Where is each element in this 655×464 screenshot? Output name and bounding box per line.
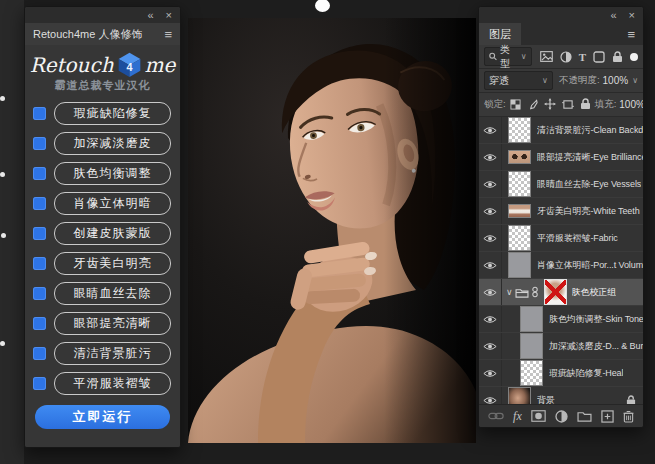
tool-button-portrait-volumes[interactable]: 肖像立体明暗 bbox=[54, 192, 171, 215]
visibility-eye-icon[interactable] bbox=[479, 117, 502, 143]
layer-row-white-teeth[interactable]: 牙齿美白明亮-White Teeth bbox=[479, 198, 643, 225]
filter-pixel-layers-icon[interactable] bbox=[540, 51, 553, 62]
layer-row-dodge-burn[interactable]: 加深减淡磨皮-D... & Burn bbox=[479, 333, 643, 360]
layer-row-clean-backdrop[interactable]: 清洁背景脏污-Clean Backdrop bbox=[479, 117, 643, 144]
layer-thumbnail[interactable] bbox=[508, 150, 531, 164]
run-button[interactable]: 立即运行 bbox=[35, 405, 170, 429]
document-canvas-portrait[interactable] bbox=[188, 18, 476, 443]
tool-row: 创建皮肤蒙版 bbox=[25, 218, 180, 248]
layer-thumbnail[interactable] bbox=[508, 117, 531, 143]
panel-menu-icon[interactable]: ≡ bbox=[619, 27, 643, 42]
tool-checkbox[interactable] bbox=[33, 167, 46, 180]
new-layer-icon[interactable] bbox=[601, 410, 614, 423]
collapse-icon[interactable]: « bbox=[610, 7, 616, 23]
tool-checkbox[interactable] bbox=[33, 317, 46, 330]
layer-thumbnail[interactable] bbox=[520, 306, 543, 332]
layer-thumbnail[interactable] bbox=[520, 333, 543, 359]
logo-cube-icon: 4 bbox=[117, 52, 142, 77]
layer-row-fabric[interactable]: 平滑服装褶皱-Fabric bbox=[479, 225, 643, 252]
lock-artboard-icon[interactable] bbox=[562, 96, 574, 114]
layer-row-eye-vessels[interactable]: 眼睛血丝去除-Eye Vessels bbox=[479, 171, 643, 198]
mask-link-icon[interactable] bbox=[532, 286, 538, 298]
visibility-eye-icon[interactable] bbox=[479, 171, 502, 197]
tool-checkbox[interactable] bbox=[33, 287, 46, 300]
chevron-down-icon[interactable]: ∨ bbox=[632, 76, 638, 85]
tool-checkbox[interactable] bbox=[33, 347, 46, 360]
edge-dot-artifact bbox=[0, 341, 5, 346]
tool-checkbox[interactable] bbox=[33, 107, 46, 120]
close-icon[interactable]: × bbox=[166, 7, 172, 23]
filter-smart-object-icon[interactable] bbox=[612, 51, 623, 63]
layer-thumbnail[interactable] bbox=[508, 252, 531, 278]
blend-mode-row: 穿透 ∨ 不透明度: 100% ∨ bbox=[479, 69, 643, 93]
link-layers-icon[interactable] bbox=[488, 411, 504, 421]
tool-row: 眼部提亮清晰 bbox=[25, 308, 180, 338]
lock-position-icon[interactable] bbox=[544, 96, 556, 114]
workspace-left-strip bbox=[0, 0, 24, 464]
opacity-value[interactable]: 100% bbox=[603, 75, 629, 86]
add-layer-mask-icon[interactable] bbox=[531, 410, 546, 422]
lock-transparent-pixels-icon[interactable] bbox=[510, 96, 521, 114]
close-icon[interactable]: × bbox=[629, 7, 635, 23]
tool-button-skin-mask[interactable]: 创建皮肤蒙版 bbox=[54, 222, 171, 245]
layer-style-fx-icon[interactable]: fx bbox=[513, 409, 522, 424]
layer-thumbnail[interactable] bbox=[508, 171, 531, 197]
visibility-eye-icon[interactable] bbox=[479, 360, 502, 386]
tool-checkbox[interactable] bbox=[33, 227, 46, 240]
photoshop-workspace: « × Retouch4me 人像修饰 ≡ Retouch 4 me 霸道总裁专… bbox=[0, 0, 655, 464]
adjustment-layer-icon[interactable] bbox=[555, 410, 568, 423]
visibility-eye-icon[interactable] bbox=[479, 225, 502, 251]
delete-layer-trash-icon[interactable] bbox=[623, 410, 634, 423]
layer-name: 眼部提亮清晰-Eye Brilliance bbox=[537, 151, 643, 164]
tool-button-heal[interactable]: 瑕疵缺陷修复 bbox=[54, 102, 171, 125]
filter-shape-layers-icon[interactable] bbox=[593, 51, 605, 63]
layer-row-background[interactable]: 背景 bbox=[479, 387, 643, 404]
tool-row: 瑕疵缺陷修复 bbox=[25, 98, 180, 128]
visibility-eye-icon[interactable] bbox=[479, 306, 502, 332]
layer-row-heal[interactable]: 瑕疵缺陷修复-Heal bbox=[479, 360, 643, 387]
layer-thumbnail[interactable] bbox=[508, 204, 531, 218]
visibility-eye-icon[interactable] bbox=[479, 279, 502, 305]
collapse-icon[interactable]: « bbox=[147, 7, 153, 23]
layer-thumbnail[interactable] bbox=[508, 225, 531, 251]
layer-row-portrait-volumes[interactable]: 肖像立体明暗-Por...t Volumes bbox=[479, 252, 643, 279]
layers-bottom-toolbar: fx bbox=[479, 404, 643, 427]
blend-mode-dropdown[interactable]: 穿透 ∨ bbox=[484, 71, 553, 90]
filter-type-layers-icon[interactable]: T bbox=[579, 51, 586, 63]
tool-button-dodge-burn[interactable]: 加深减淡磨皮 bbox=[54, 132, 171, 155]
new-group-folder-icon[interactable] bbox=[577, 410, 592, 422]
tool-button-fabric[interactable]: 平滑服装褶皱 bbox=[54, 372, 171, 395]
tool-button-clean-backdrop[interactable]: 清洁背景脏污 bbox=[54, 342, 171, 365]
visibility-eye-icon[interactable] bbox=[479, 252, 502, 278]
tool-button-skin-tone[interactable]: 肤色均衡调整 bbox=[54, 162, 171, 185]
group-mask-thumbnail[interactable] bbox=[544, 279, 567, 305]
lock-image-pixels-icon[interactable] bbox=[527, 96, 538, 114]
filter-type-dropdown[interactable]: 类型 ∨ bbox=[484, 47, 532, 66]
tool-button-eye-brilliance[interactable]: 眼部提亮清晰 bbox=[54, 312, 171, 335]
tool-checkbox[interactable] bbox=[33, 197, 46, 210]
panel-menu-icon[interactable]: ≡ bbox=[156, 27, 180, 42]
layer-name: 加深减淡磨皮-D... & Burn bbox=[549, 340, 643, 353]
layer-row-eye-brilliance[interactable]: 眼部提亮清晰-Eye Brilliance bbox=[479, 144, 643, 171]
group-expand-caret[interactable]: ∨ bbox=[506, 287, 513, 297]
visibility-eye-icon[interactable] bbox=[479, 387, 502, 404]
layer-thumbnail[interactable] bbox=[520, 360, 543, 386]
layer-thumbnail[interactable] bbox=[508, 387, 531, 404]
lock-all-icon[interactable] bbox=[580, 96, 591, 114]
layer-row-skin-tone[interactable]: 肤色均衡调整-Skin Tone bbox=[479, 306, 643, 333]
logo-text-left: Retouch bbox=[30, 53, 114, 77]
tool-button-eye-vessels[interactable]: 眼睛血丝去除 bbox=[54, 282, 171, 305]
fill-value[interactable]: 100% bbox=[619, 99, 644, 110]
layer-group-row-skin-correction[interactable]: ∨ 肤色校正组 bbox=[479, 279, 643, 306]
visibility-eye-icon[interactable] bbox=[479, 333, 502, 359]
filter-adjustment-layers-icon[interactable] bbox=[560, 51, 572, 63]
visibility-eye-icon[interactable] bbox=[479, 198, 502, 224]
tool-checkbox[interactable] bbox=[33, 137, 46, 150]
visibility-eye-icon[interactable] bbox=[479, 144, 502, 170]
filter-on-toggle[interactable] bbox=[630, 53, 638, 61]
tool-button-white-teeth[interactable]: 牙齿美白明亮 bbox=[54, 252, 171, 275]
panel-title-bar: Retouch4me 人像修饰 ≡ bbox=[25, 23, 180, 45]
tool-checkbox[interactable] bbox=[33, 377, 46, 390]
layer-name: 肖像立体明暗-Por...t Volumes bbox=[537, 259, 643, 272]
tool-checkbox[interactable] bbox=[33, 257, 46, 270]
